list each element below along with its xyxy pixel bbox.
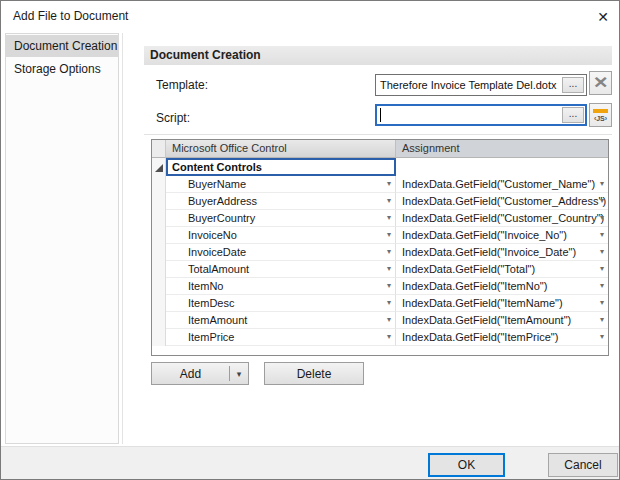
- table-row[interactable]: TotalAmount▾ IndexData.GetField("Total")…: [152, 261, 608, 278]
- chevron-down-icon[interactable]: ▾: [600, 227, 604, 243]
- script-label: Script:: [156, 111, 190, 125]
- template-browse-button[interactable]: ...: [562, 77, 584, 93]
- assignment-value: IndexData.GetField("ItemAmount"): [402, 314, 571, 326]
- close-window-button[interactable]: ✕: [590, 4, 616, 30]
- add-button[interactable]: Add ▾: [151, 362, 249, 385]
- script-input[interactable]: ...: [375, 104, 587, 126]
- content-separator: [144, 134, 612, 135]
- assignment-value: IndexData.GetField("Customer_Name"): [402, 178, 595, 190]
- settings-nav-list: Document Creation Storage Options: [5, 33, 119, 444]
- template-value: Therefore Invoice Template Del.dotx: [376, 79, 560, 91]
- control-name: ItemDesc: [188, 297, 234, 309]
- content-controls-grid: Microsoft Office Control Assignment Cont…: [151, 139, 609, 356]
- delete-button-label: Delete: [297, 367, 332, 381]
- ok-button[interactable]: OK: [428, 453, 505, 477]
- cancel-button-label: Cancel: [564, 458, 601, 472]
- chevron-down-icon[interactable]: ▾: [600, 278, 604, 294]
- chevron-down-icon[interactable]: ▾: [387, 176, 391, 192]
- table-row[interactable]: BuyerCountry▾ IndexData.GetField("Custom…: [152, 210, 608, 227]
- table-row[interactable]: ItemNo▾ IndexData.GetField("ItemNo")▾: [152, 278, 608, 295]
- text-caret: [380, 108, 381, 122]
- chevron-down-icon[interactable]: ▾: [600, 329, 604, 345]
- table-row[interactable]: ItemDesc▾ IndexData.GetField("ItemName")…: [152, 295, 608, 312]
- table-row[interactable]: ItemAmount▾ IndexData.GetField("ItemAmou…: [152, 312, 608, 329]
- expander-icon[interactable]: [155, 164, 163, 172]
- group-label[interactable]: Content Controls: [166, 158, 396, 176]
- chevron-down-icon[interactable]: ▾: [387, 193, 391, 209]
- chevron-down-icon[interactable]: ▾: [387, 210, 391, 226]
- sidebar-item-document-creation[interactable]: Document Creation: [6, 35, 118, 57]
- template-label: Template:: [156, 78, 208, 92]
- chevron-down-icon[interactable]: ▾: [387, 227, 391, 243]
- chevron-down-icon[interactable]: ▾: [387, 261, 391, 277]
- chevron-down-icon[interactable]: ▾: [600, 295, 604, 311]
- chevron-down-icon[interactable]: ▾: [387, 329, 391, 345]
- js-icon: [593, 109, 608, 113]
- assignment-value: IndexData.GetField("Invoice_No"): [402, 229, 567, 241]
- group-row-content-controls[interactable]: Content Controls: [152, 158, 608, 176]
- table-row[interactable]: BuyerAddress▾ IndexData.GetField("Custom…: [152, 193, 608, 210]
- table-row[interactable]: InvoiceDate▾ IndexData.GetField("Invoice…: [152, 244, 608, 261]
- assignment-value: IndexData.GetField("Customer_Country"): [402, 212, 604, 224]
- titlebar: Add File to Document ✕: [1, 1, 619, 32]
- add-button-label: Add: [152, 367, 229, 381]
- template-input[interactable]: Therefore Invoice Template Del.dotx ...: [375, 74, 587, 96]
- assignment-value: IndexData.GetField("ItemName"): [402, 297, 563, 309]
- column-header-office-control[interactable]: Microsoft Office Control: [166, 140, 396, 158]
- chevron-down-icon[interactable]: ▾: [387, 312, 391, 328]
- script-editor-button[interactable]: ‹JS›: [589, 103, 612, 127]
- column-header-assignment[interactable]: Assignment: [396, 140, 608, 158]
- js-icon-label: ‹JS›: [594, 115, 607, 122]
- window-title: Add File to Document: [13, 9, 128, 23]
- template-clear-button[interactable]: ✕: [589, 71, 612, 95]
- chevron-down-icon[interactable]: ▾: [230, 369, 248, 379]
- control-name: ItemAmount: [188, 314, 247, 326]
- sidebar-content-divider: [122, 33, 123, 444]
- control-name: BuyerName: [188, 178, 246, 190]
- ok-button-label: OK: [458, 458, 475, 472]
- dialog-footer: [1, 446, 619, 479]
- chevron-down-icon[interactable]: ▾: [387, 244, 391, 260]
- chevron-down-icon[interactable]: ▾: [600, 312, 604, 328]
- chevron-down-icon[interactable]: ▾: [600, 193, 604, 209]
- chevron-down-icon[interactable]: ▾: [387, 295, 391, 311]
- grid-header-row: Microsoft Office Control Assignment: [152, 140, 608, 158]
- chevron-down-icon[interactable]: ▾: [600, 210, 604, 226]
- table-row[interactable]: BuyerName▾ IndexData.GetField("Customer_…: [152, 176, 608, 193]
- script-browse-button[interactable]: ...: [562, 107, 584, 123]
- clear-x-icon: ✕: [593, 75, 608, 91]
- chevron-down-icon[interactable]: ▾: [600, 244, 604, 260]
- control-name: BuyerCountry: [188, 212, 255, 224]
- control-name: TotalAmount: [188, 263, 249, 275]
- cancel-button[interactable]: Cancel: [548, 453, 618, 477]
- control-name: ItemNo: [188, 280, 223, 292]
- control-name: InvoiceNo: [188, 229, 237, 241]
- chevron-down-icon[interactable]: ▾: [600, 176, 604, 192]
- assignment-value: IndexData.GetField("ItemPrice"): [402, 331, 558, 343]
- assignment-value: IndexData.GetField("Invoice_Date"): [402, 246, 576, 258]
- control-name: ItemPrice: [188, 331, 234, 343]
- delete-button[interactable]: Delete: [264, 362, 364, 385]
- assignment-value: IndexData.GetField("Customer_Address"): [402, 195, 606, 207]
- assignment-value: IndexData.GetField("ItemNo"): [402, 280, 547, 292]
- control-name: BuyerAddress: [188, 195, 257, 207]
- section-header: Document Creation: [144, 46, 612, 65]
- close-icon: ✕: [597, 9, 609, 25]
- chevron-down-icon[interactable]: ▾: [387, 278, 391, 294]
- sidebar-item-storage-options[interactable]: Storage Options: [6, 58, 118, 80]
- table-row[interactable]: InvoiceNo▾ IndexData.GetField("Invoice_N…: [152, 227, 608, 244]
- control-name: InvoiceDate: [188, 246, 246, 258]
- add-file-to-document-dialog: Add File to Document ✕ Document Creation…: [0, 0, 620, 480]
- expander-column-header: [152, 140, 166, 158]
- chevron-down-icon[interactable]: ▾: [600, 261, 604, 277]
- assignment-value: IndexData.GetField("Total"): [402, 263, 535, 275]
- table-row[interactable]: ItemPrice▾ IndexData.GetField("ItemPrice…: [152, 329, 608, 346]
